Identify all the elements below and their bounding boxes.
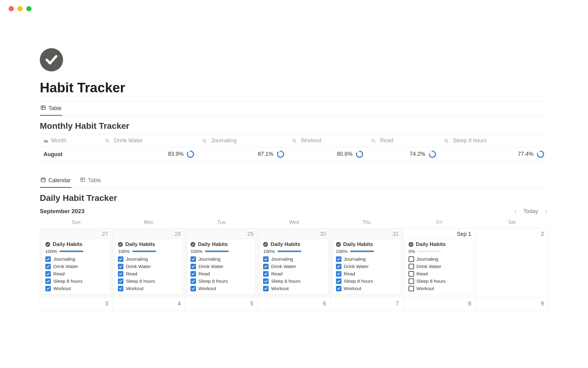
col-read[interactable]: Read xyxy=(367,134,440,147)
habit-item[interactable]: Sleep 8 hours xyxy=(118,278,180,284)
checkbox[interactable] xyxy=(336,271,341,277)
habit-item[interactable]: Journaling xyxy=(263,256,325,262)
checkbox[interactable] xyxy=(45,256,51,262)
calendar-cell[interactable]: 29Daily Habits100%JournalingDrink WaterR… xyxy=(185,228,258,297)
habit-item[interactable]: Workout xyxy=(45,286,107,291)
checkbox[interactable] xyxy=(45,286,51,291)
habit-item[interactable]: Read xyxy=(45,271,107,277)
habit-item[interactable]: Sleep 8 hours xyxy=(263,278,325,284)
habit-item[interactable]: Read xyxy=(118,271,180,277)
calendar-cell[interactable]: 7 xyxy=(330,297,403,311)
checkbox[interactable] xyxy=(409,256,414,262)
col-workout[interactable]: Workout xyxy=(288,134,367,147)
habit-item[interactable]: Journaling xyxy=(190,256,252,262)
habit-item[interactable]: Drink Water xyxy=(45,264,107,269)
calendar-cell[interactable]: 9 xyxy=(476,297,548,311)
window-minimize-button[interactable] xyxy=(17,6,23,11)
checkbox[interactable] xyxy=(263,264,269,269)
calendar-cell[interactable]: 30Daily Habits100%JournalingDrink WaterR… xyxy=(258,228,330,297)
checkbox[interactable] xyxy=(409,286,414,291)
tab-calendar[interactable]: Calendar xyxy=(40,174,71,188)
col-drink-water[interactable]: Drink Water xyxy=(101,134,198,147)
table-icon xyxy=(80,177,85,184)
habit-item[interactable]: Read xyxy=(409,271,470,277)
calendar-cell[interactable]: 4 xyxy=(112,297,185,311)
checkbox[interactable] xyxy=(336,286,341,291)
habit-item[interactable]: Journaling xyxy=(409,256,470,262)
checkbox[interactable] xyxy=(118,286,123,291)
calendar-next-button[interactable] xyxy=(544,209,548,214)
checkbox[interactable] xyxy=(190,264,196,269)
daily-habits-card[interactable]: Daily Habits100%JournalingDrink WaterRea… xyxy=(187,239,256,295)
checkbox[interactable] xyxy=(118,278,123,284)
habit-item[interactable]: Drink Water xyxy=(263,264,325,269)
calendar-cell[interactable]: 31Daily Habits100%JournalingDrink WaterR… xyxy=(330,228,403,297)
habit-item[interactable]: Sleep 8 hours xyxy=(45,278,107,284)
checkbox[interactable] xyxy=(45,271,51,277)
checkbox[interactable] xyxy=(336,278,341,284)
calendar-cell[interactable]: 6 xyxy=(258,297,330,311)
table-row[interactable]: August 83.9% 87.1% 80.6% 74.2% 77.4% xyxy=(40,147,548,162)
calendar-day-number: 9 xyxy=(478,299,546,308)
checkbox[interactable] xyxy=(336,264,341,269)
daily-habits-card[interactable]: Daily Habits100%JournalingDrink WaterRea… xyxy=(115,239,183,295)
habit-item[interactable]: Workout xyxy=(263,286,325,291)
calendar-cell[interactable]: 27Daily Habits100%JournalingDrink WaterR… xyxy=(40,228,113,297)
checkbox[interactable] xyxy=(409,271,414,277)
daily-habits-card[interactable]: Daily Habits100%JournalingDrink WaterRea… xyxy=(42,239,111,295)
col-journaling[interactable]: Journaling xyxy=(198,134,288,147)
habit-item[interactable]: Journaling xyxy=(118,256,180,262)
checkbox[interactable] xyxy=(263,278,269,284)
tab-table-monthly[interactable]: Table xyxy=(40,102,62,116)
calendar-prev-button[interactable] xyxy=(513,209,518,214)
habit-item[interactable]: Journaling xyxy=(45,256,107,262)
habit-item[interactable]: Workout xyxy=(409,286,470,291)
window-maximize-button[interactable] xyxy=(26,6,32,11)
checkbox[interactable] xyxy=(45,264,51,269)
daily-habits-card[interactable]: Daily Habits100%JournalingDrink WaterRea… xyxy=(260,239,328,295)
checkbox[interactable] xyxy=(190,271,196,277)
calendar-cell[interactable]: 28Daily Habits100%JournalingDrink WaterR… xyxy=(112,228,185,297)
checkbox[interactable] xyxy=(409,278,414,284)
calendar-cell[interactable]: 2 xyxy=(476,228,548,297)
habit-item[interactable]: Workout xyxy=(190,286,252,291)
col-month[interactable]: Aa Month xyxy=(40,134,101,147)
calendar-cell[interactable]: Sep 1Daily Habits0%JournalingDrink Water… xyxy=(403,228,476,297)
daily-habits-card[interactable]: Daily Habits0%JournalingDrink WaterReadS… xyxy=(405,239,474,295)
habit-item[interactable]: Drink Water xyxy=(190,264,252,269)
checkbox[interactable] xyxy=(263,256,269,262)
calendar-cell[interactable]: 3 xyxy=(40,297,113,311)
checkbox[interactable] xyxy=(336,256,341,262)
checkbox[interactable] xyxy=(263,271,269,277)
habit-item[interactable]: Workout xyxy=(118,286,180,291)
habit-item[interactable]: Sleep 8 hours xyxy=(336,278,398,284)
calendar-dow: Fri xyxy=(403,217,476,228)
checkbox[interactable] xyxy=(263,286,269,291)
calendar-cell[interactable]: 5 xyxy=(185,297,258,311)
habit-item[interactable]: Drink Water xyxy=(336,264,398,269)
checkbox[interactable] xyxy=(190,256,196,262)
habit-item[interactable]: Workout xyxy=(336,286,398,291)
habit-item[interactable]: Sleep 8 hours xyxy=(190,278,252,284)
habit-item[interactable]: Sleep 8 hours xyxy=(409,278,470,284)
checkbox[interactable] xyxy=(190,286,196,291)
habit-item[interactable]: Journaling xyxy=(336,256,398,262)
daily-habits-card[interactable]: Daily Habits100%JournalingDrink WaterRea… xyxy=(333,239,401,295)
calendar-cell[interactable]: 8 xyxy=(403,297,476,311)
habit-item[interactable]: Read xyxy=(190,271,252,277)
habit-item[interactable]: Drink Water xyxy=(118,264,180,269)
tab-table-daily[interactable]: Table xyxy=(79,174,102,188)
checkbox[interactable] xyxy=(45,278,51,284)
svg-point-17 xyxy=(277,151,284,157)
col-sleep-8-hours[interactable]: Sleep 8 hours xyxy=(440,134,548,147)
habit-item[interactable]: Drink Water xyxy=(409,264,470,269)
checkbox[interactable] xyxy=(118,271,123,277)
habit-item[interactable]: Read xyxy=(336,271,398,277)
checkbox[interactable] xyxy=(190,278,196,284)
checkbox[interactable] xyxy=(118,264,123,269)
calendar-today-button[interactable]: Today xyxy=(523,208,538,215)
window-close-button[interactable] xyxy=(9,6,14,11)
checkbox[interactable] xyxy=(118,256,123,262)
habit-item[interactable]: Read xyxy=(263,271,325,277)
checkbox[interactable] xyxy=(409,264,414,269)
